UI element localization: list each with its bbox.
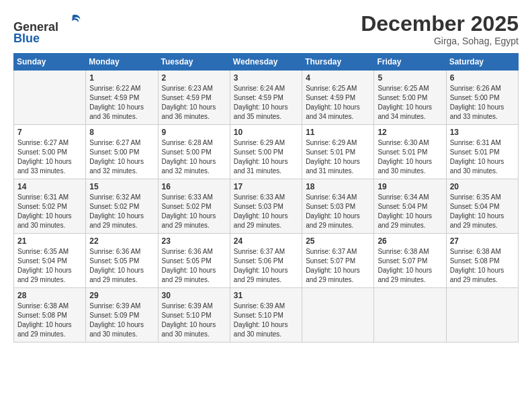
day-number: 26 <box>378 236 442 246</box>
calendar-cell: 17Sunrise: 6:33 AMSunset: 5:03 PMDayligh… <box>230 179 302 234</box>
day-number: 21 <box>17 236 82 246</box>
calendar-body: 1Sunrise: 6:22 AMSunset: 4:59 PMDaylight… <box>14 71 519 342</box>
day-info: Sunrise: 6:30 AMSunset: 5:01 PMDaylight:… <box>378 138 442 176</box>
calendar-cell: 25Sunrise: 6:37 AMSunset: 5:07 PMDayligh… <box>302 234 374 288</box>
logo-text: General <box>13 12 82 34</box>
header: General Blue December 2025 Girga, Sohag,… <box>13 12 519 46</box>
day-number: 30 <box>162 291 226 300</box>
day-info: Sunrise: 6:38 AMSunset: 5:08 PMDaylight:… <box>17 302 82 339</box>
calendar-cell <box>374 288 446 342</box>
calendar-cell: 12Sunrise: 6:30 AMSunset: 5:01 PMDayligh… <box>374 125 446 179</box>
calendar-cell: 18Sunrise: 6:34 AMSunset: 5:03 PMDayligh… <box>302 179 374 234</box>
calendar-week-row: 14Sunrise: 6:31 AMSunset: 5:02 PMDayligh… <box>14 179 519 234</box>
day-number: 12 <box>378 128 442 137</box>
day-info: Sunrise: 6:36 AMSunset: 5:05 PMDaylight:… <box>162 247 226 285</box>
day-number: 15 <box>89 182 154 191</box>
calendar-cell: 10Sunrise: 6:29 AMSunset: 5:00 PMDayligh… <box>230 125 302 179</box>
day-number: 9 <box>162 128 226 137</box>
day-info: Sunrise: 6:37 AMSunset: 5:07 PMDaylight:… <box>306 247 370 285</box>
calendar-cell: 2Sunrise: 6:23 AMSunset: 4:59 PMDaylight… <box>158 71 230 125</box>
logo: General Blue <box>13 12 82 46</box>
day-info: Sunrise: 6:34 AMSunset: 5:04 PMDaylight:… <box>378 193 442 230</box>
day-info: Sunrise: 6:25 AMSunset: 4:59 PMDaylight:… <box>306 84 370 122</box>
month-title: December 2025 <box>361 12 519 36</box>
calendar-cell: 29Sunrise: 6:39 AMSunset: 5:09 PMDayligh… <box>86 288 158 342</box>
calendar-week-row: 21Sunrise: 6:35 AMSunset: 5:04 PMDayligh… <box>14 234 519 288</box>
day-number: 25 <box>306 236 370 246</box>
day-number: 29 <box>89 291 154 300</box>
day-info: Sunrise: 6:38 AMSunset: 5:08 PMDaylight:… <box>450 247 515 285</box>
day-info: Sunrise: 6:39 AMSunset: 5:09 PMDaylight:… <box>89 302 154 339</box>
day-info: Sunrise: 6:34 AMSunset: 5:03 PMDaylight:… <box>306 193 370 230</box>
day-number: 20 <box>450 182 515 191</box>
day-number: 28 <box>17 291 82 300</box>
calendar-cell: 8Sunrise: 6:27 AMSunset: 5:00 PMDaylight… <box>86 125 158 179</box>
calendar-cell: 13Sunrise: 6:31 AMSunset: 5:01 PMDayligh… <box>446 125 518 179</box>
calendar-cell: 7Sunrise: 6:27 AMSunset: 5:00 PMDaylight… <box>14 125 86 179</box>
calendar-cell: 6Sunrise: 6:26 AMSunset: 5:00 PMDaylight… <box>446 71 518 125</box>
day-number: 10 <box>234 128 298 137</box>
calendar-cell: 1Sunrise: 6:22 AMSunset: 4:59 PMDaylight… <box>86 71 158 125</box>
day-number: 3 <box>234 73 298 83</box>
day-info: Sunrise: 6:29 AMSunset: 5:01 PMDaylight:… <box>306 138 370 176</box>
calendar-cell: 14Sunrise: 6:31 AMSunset: 5:02 PMDayligh… <box>14 179 86 234</box>
day-info: Sunrise: 6:31 AMSunset: 5:02 PMDaylight:… <box>17 193 82 230</box>
calendar-cell: 16Sunrise: 6:33 AMSunset: 5:02 PMDayligh… <box>158 179 230 234</box>
day-of-week-header: Thursday <box>302 54 374 71</box>
day-info: Sunrise: 6:38 AMSunset: 5:07 PMDaylight:… <box>378 247 442 285</box>
day-number: 13 <box>450 128 515 137</box>
day-info: Sunrise: 6:27 AMSunset: 5:00 PMDaylight:… <box>17 138 82 176</box>
day-of-week-header: Saturday <box>446 54 518 71</box>
calendar-cell <box>14 71 86 125</box>
day-info: Sunrise: 6:36 AMSunset: 5:05 PMDaylight:… <box>89 247 154 285</box>
day-info: Sunrise: 6:32 AMSunset: 5:02 PMDaylight:… <box>89 193 154 230</box>
calendar-cell: 23Sunrise: 6:36 AMSunset: 5:05 PMDayligh… <box>158 234 230 288</box>
calendar-cell: 9Sunrise: 6:28 AMSunset: 5:00 PMDaylight… <box>158 125 230 179</box>
day-number: 14 <box>17 182 82 191</box>
day-number: 8 <box>89 128 154 137</box>
day-number: 19 <box>378 182 442 191</box>
calendar-page: General Blue December 2025 Girga, Sohag,… <box>0 0 532 411</box>
day-info: Sunrise: 6:22 AMSunset: 4:59 PMDaylight:… <box>89 84 154 122</box>
day-number: 2 <box>162 73 226 83</box>
day-number: 7 <box>17 128 82 137</box>
day-info: Sunrise: 6:33 AMSunset: 5:03 PMDaylight:… <box>234 193 298 230</box>
location: Girga, Sohag, Egypt <box>361 36 519 46</box>
day-info: Sunrise: 6:33 AMSunset: 5:02 PMDaylight:… <box>162 193 226 230</box>
calendar-cell: 26Sunrise: 6:38 AMSunset: 5:07 PMDayligh… <box>374 234 446 288</box>
day-info: Sunrise: 6:29 AMSunset: 5:00 PMDaylight:… <box>234 138 298 176</box>
day-of-week-header: Sunday <box>14 54 86 71</box>
day-of-week-header: Wednesday <box>230 54 302 71</box>
day-number: 24 <box>234 236 298 246</box>
day-number: 18 <box>306 182 370 191</box>
day-number: 23 <box>162 236 226 246</box>
day-info: Sunrise: 6:39 AMSunset: 5:10 PMDaylight:… <box>234 302 298 339</box>
day-number: 17 <box>234 182 298 191</box>
day-info: Sunrise: 6:24 AMSunset: 4:59 PMDaylight:… <box>234 84 298 122</box>
calendar-table: SundayMondayTuesdayWednesdayThursdayFrid… <box>13 53 519 342</box>
calendar-cell: 5Sunrise: 6:25 AMSunset: 5:00 PMDaylight… <box>374 71 446 125</box>
day-number: 5 <box>378 73 442 83</box>
day-number: 27 <box>450 236 515 246</box>
calendar-cell: 30Sunrise: 6:39 AMSunset: 5:10 PMDayligh… <box>158 288 230 342</box>
day-number: 4 <box>306 73 370 83</box>
title-block: December 2025 Girga, Sohag, Egypt <box>361 12 519 46</box>
calendar-cell: 27Sunrise: 6:38 AMSunset: 5:08 PMDayligh… <box>446 234 518 288</box>
calendar-cell: 15Sunrise: 6:32 AMSunset: 5:02 PMDayligh… <box>86 179 158 234</box>
calendar-cell: 4Sunrise: 6:25 AMSunset: 4:59 PMDaylight… <box>302 71 374 125</box>
day-number: 11 <box>306 128 370 137</box>
calendar-header-row: SundayMondayTuesdayWednesdayThursdayFrid… <box>14 54 519 71</box>
day-info: Sunrise: 6:35 AMSunset: 5:04 PMDaylight:… <box>450 193 515 230</box>
calendar-cell: 19Sunrise: 6:34 AMSunset: 5:04 PMDayligh… <box>374 179 446 234</box>
day-number: 1 <box>89 73 154 83</box>
calendar-week-row: 28Sunrise: 6:38 AMSunset: 5:08 PMDayligh… <box>14 288 519 342</box>
day-info: Sunrise: 6:25 AMSunset: 5:00 PMDaylight:… <box>378 84 442 122</box>
logo-bird-icon <box>63 12 82 31</box>
day-info: Sunrise: 6:23 AMSunset: 4:59 PMDaylight:… <box>162 84 226 122</box>
day-info: Sunrise: 6:26 AMSunset: 5:00 PMDaylight:… <box>450 84 515 122</box>
day-info: Sunrise: 6:35 AMSunset: 5:04 PMDaylight:… <box>17 247 82 285</box>
calendar-cell <box>446 288 518 342</box>
day-number: 16 <box>162 182 226 191</box>
calendar-cell <box>302 288 374 342</box>
calendar-cell: 20Sunrise: 6:35 AMSunset: 5:04 PMDayligh… <box>446 179 518 234</box>
